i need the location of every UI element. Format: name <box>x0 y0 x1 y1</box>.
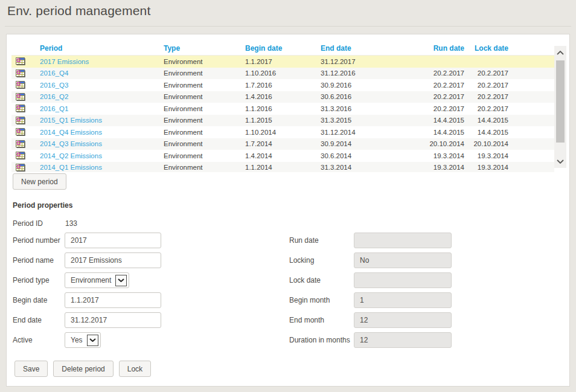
begin-date-label: Begin date <box>13 296 47 304</box>
periods-table: Period Type Begin date End date Run date… <box>11 41 566 172</box>
period-link[interactable]: 2017 Emissions <box>40 58 164 65</box>
begin-date-field[interactable] <box>65 292 161 308</box>
lock-date-cell: 20.10.2014 <box>464 140 508 147</box>
col-header-period[interactable]: Period <box>40 44 164 53</box>
table-row[interactable]: 2014_Q2 Emissions Environment 1.4.2014 3… <box>11 150 554 162</box>
table-scrollbar[interactable] <box>554 46 566 168</box>
scrollbar-thumb[interactable] <box>556 60 565 143</box>
active-select[interactable]: Yes <box>65 332 101 348</box>
begin-date-cell: 1.1.2014 <box>245 164 321 171</box>
period-properties-heading: Period properties <box>13 201 72 210</box>
end-date-field[interactable] <box>65 312 161 328</box>
period-type-select[interactable]: Environment <box>65 272 129 288</box>
run-date-cell: 19.3.2014 <box>426 164 464 171</box>
table-row[interactable]: 2014_Q1 Emissions Environment 1.1.2014 3… <box>11 162 554 173</box>
end-date-label: End date <box>13 316 42 324</box>
table-row[interactable]: 2014_Q4 Emissions Environment 1.10.2014 … <box>11 126 554 138</box>
locking-field <box>354 252 452 268</box>
period-number-field[interactable] <box>65 233 161 248</box>
period-type-cell: Environment <box>164 105 245 112</box>
form-actions: Save Delete period Lock <box>14 361 151 377</box>
period-link[interactable]: 2016_Q2 <box>40 93 164 100</box>
delete-period-button[interactable]: Delete period <box>53 361 113 377</box>
begin-date-cell: 1.10.2014 <box>245 129 321 136</box>
period-link[interactable]: 2014_Q3 Emissions <box>40 140 164 147</box>
end-date-cell: 31.3.2015 <box>321 117 426 124</box>
duration-in-months-label: Duration in months <box>289 336 350 344</box>
period-link[interactable]: 2014_Q1 Emissions <box>40 164 164 171</box>
lock-date-cell: 20.2.2017 <box>464 93 508 100</box>
table-row[interactable]: 2016_Q2 Environment 1.4.2016 30.6.2016 2… <box>11 91 554 103</box>
col-header-lock[interactable]: Lock date <box>464 44 508 53</box>
period-calendar-icon <box>11 140 40 148</box>
begin-date-cell: 1.7.2016 <box>245 82 321 89</box>
title-divider <box>5 26 571 27</box>
period-type-cell: Environment <box>164 82 245 89</box>
period-link[interactable]: 2014_Q4 Emissions <box>40 129 164 136</box>
lock-date-cell: 14.4.2015 <box>464 129 508 136</box>
chevron-down-icon[interactable] <box>554 156 566 166</box>
period-type-cell: Environment <box>164 164 245 171</box>
page-title: Env. period management <box>7 4 150 18</box>
end-date-cell: 31.12.2017 <box>321 58 426 65</box>
begin-month-label: Begin month <box>289 296 330 304</box>
period-name-field[interactable] <box>65 252 161 268</box>
table-row[interactable]: 2015_Q1 Emissions Environment 1.1.2015 3… <box>11 115 554 127</box>
end-month-label: End month <box>289 316 324 324</box>
period-type-cell: Environment <box>164 69 245 77</box>
lock-button[interactable]: Lock <box>119 361 151 377</box>
save-button[interactable]: Save <box>14 361 48 377</box>
lock-date-field <box>354 272 452 288</box>
chevron-down-icon <box>115 275 127 286</box>
period-link[interactable]: 2015_Q1 Emissions <box>40 117 164 124</box>
period-link[interactable]: 2014_Q2 Emissions <box>40 152 164 159</box>
run-date-cell: 19.3.2014 <box>426 152 464 159</box>
end-date-cell: 30.6.2014 <box>321 152 426 159</box>
period-id-value: 133 <box>65 219 77 228</box>
period-calendar-icon <box>11 69 40 77</box>
period-number-label: Period number <box>13 236 60 245</box>
table-row[interactable]: 2017 Emissions Environment 1.1.2017 31.1… <box>11 56 554 68</box>
end-date-cell: 31.12.2014 <box>321 129 426 136</box>
lock-date-label: Lock date <box>289 276 321 284</box>
col-header-type[interactable]: Type <box>164 44 245 53</box>
chevron-up-icon[interactable] <box>554 48 566 57</box>
period-link[interactable]: 2016_Q3 <box>40 82 164 89</box>
end-date-cell: 31.3.2016 <box>321 105 426 112</box>
col-header-begin[interactable]: Begin date <box>245 44 321 53</box>
period-calendar-icon <box>11 81 40 89</box>
col-header-end[interactable]: End date <box>321 44 426 53</box>
begin-date-cell: 1.7.2014 <box>245 140 321 147</box>
run-date-field <box>354 233 452 248</box>
table-row[interactable]: 2016_Q1 Environment 1.1.2016 31.3.2016 2… <box>11 103 554 115</box>
end-date-cell: 30.9.2016 <box>321 82 426 89</box>
period-link[interactable]: 2016_Q1 <box>40 105 164 112</box>
end-month-field <box>354 312 452 328</box>
new-period-button[interactable]: New period <box>13 173 66 190</box>
table-row[interactable]: 2016_Q3 Environment 1.7.2016 30.9.2016 2… <box>11 79 554 91</box>
begin-month-field <box>354 292 452 308</box>
run-date-cell: 20.2.2017 <box>426 82 464 89</box>
period-type-cell: Environment <box>164 93 245 100</box>
period-type-cell: Environment <box>164 140 245 147</box>
lock-date-cell: 20.2.2017 <box>464 69 508 77</box>
lock-date-cell: 14.4.2015 <box>464 117 508 124</box>
locking-label: Locking <box>289 256 314 265</box>
end-date-cell: 30.6.2016 <box>321 93 426 100</box>
active-label: Active <box>13 336 33 344</box>
end-date-cell: 31.12.2016 <box>321 69 426 77</box>
table-header: Period Type Begin date End date Run date… <box>11 41 554 56</box>
col-header-run[interactable]: Run date <box>426 44 464 53</box>
table-row[interactable]: 2016_Q4 Environment 1.10.2016 31.12.2016… <box>11 68 554 80</box>
period-link[interactable]: 2016_Q4 <box>40 69 164 77</box>
period-type-label: Period type <box>13 276 50 284</box>
duration-in-months-field <box>354 332 452 348</box>
active-selected-value: Yes <box>71 336 83 344</box>
period-calendar-icon <box>11 128 40 136</box>
period-calendar-icon <box>11 57 40 65</box>
period-type-cell: Environment <box>164 152 245 159</box>
table-row[interactable]: 2014_Q3 Emissions Environment 1.7.2014 3… <box>11 138 554 150</box>
lock-date-cell: 19.3.2014 <box>464 152 508 159</box>
end-date-cell: 30.9.2014 <box>321 140 426 147</box>
period-id-label: Period ID <box>13 219 43 228</box>
